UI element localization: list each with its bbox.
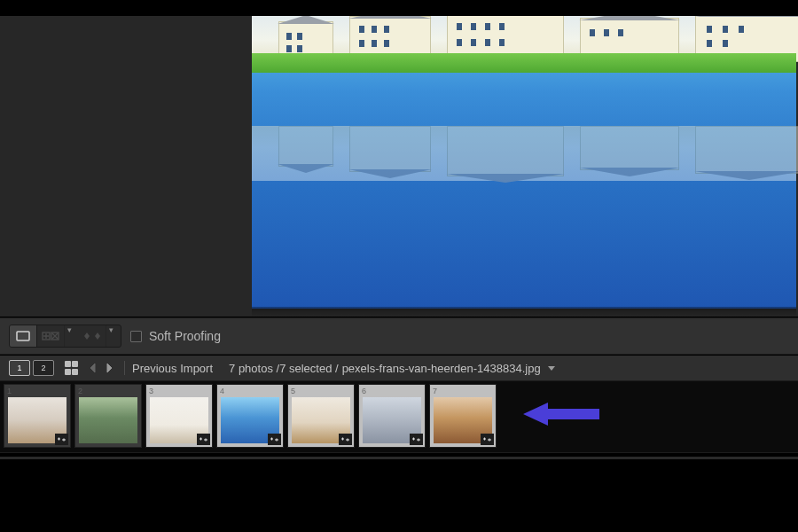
bottom-border: [0, 452, 798, 532]
develop-adjustments-badge-icon[interactable]: [481, 434, 494, 445]
secondary-monitor-button[interactable]: 2: [33, 360, 54, 376]
go-back-button[interactable]: [85, 360, 101, 376]
primary-monitor-button[interactable]: 1: [9, 360, 30, 376]
thumb-index: 6: [362, 387, 366, 395]
go-forward-button[interactable]: [101, 360, 117, 376]
current-file-menu-caret-icon[interactable]: [548, 366, 555, 371]
soft-proofing-toggle[interactable]: Soft Proofing: [130, 329, 221, 343]
thumb-index: 5: [291, 387, 295, 395]
divider: [124, 361, 125, 375]
thumb-index: 2: [78, 387, 82, 395]
loupe-canvas[interactable]: [0, 16, 798, 317]
source-folder-label[interactable]: Previous Import: [132, 362, 213, 375]
thumb-index: 1: [7, 387, 12, 395]
filmstrip-thumb[interactable]: 4: [216, 384, 284, 448]
svg-rect-0: [17, 332, 29, 340]
reference-menu-chevron-icon[interactable]: ▾: [67, 325, 72, 347]
photo-count-label: 7 photos /7 selected /: [229, 362, 339, 375]
image-shadow: [252, 307, 796, 317]
soft-proofing-checkbox[interactable]: [130, 331, 142, 342]
filmstrip-thumb[interactable]: 7: [429, 384, 497, 448]
before-after-button[interactable]: [79, 325, 106, 347]
filmstrip-thumb[interactable]: 6: [358, 384, 426, 448]
top-border: [0, 0, 798, 16]
soft-proofing-label: Soft Proofing: [149, 329, 221, 343]
filmstrip-header: 1 2 Previous Import 7 photos /7 selected…: [0, 355, 798, 381]
reference-view-button[interactable]: [37, 325, 65, 347]
develop-adjustments-badge-icon[interactable]: [197, 434, 210, 445]
develop-adjustments-badge-icon[interactable]: [339, 434, 352, 445]
lightroom-develop-window: ▾ ▾ Soft Proofing 1 2: [0, 0, 798, 532]
main-image-preview: [252, 16, 796, 309]
thumb-index: 3: [149, 387, 153, 395]
loupe-view-switcher: ▾ ▾: [9, 325, 121, 348]
before-after-menu-chevron-icon[interactable]: ▾: [109, 325, 113, 347]
develop-toolbar: ▾ ▾ Soft Proofing: [0, 317, 798, 355]
develop-adjustments-badge-icon[interactable]: [268, 434, 281, 445]
secondary-monitor-switcher: 1 2: [9, 360, 54, 376]
thumb-image: [79, 397, 137, 443]
develop-adjustments-badge-icon[interactable]: [55, 434, 68, 445]
current-file-label[interactable]: pexels-frans-van-heerden-1438834.jpg: [342, 362, 541, 375]
filmstrip-thumb[interactable]: 5: [287, 384, 355, 448]
loupe-view-button[interactable]: [10, 325, 37, 347]
thumb-index: 4: [220, 387, 224, 395]
grid-view-button[interactable]: [65, 361, 80, 376]
develop-adjustments-badge-icon[interactable]: [410, 434, 423, 445]
filmstrip[interactable]: 1234567: [0, 381, 798, 452]
filmstrip-thumb[interactable]: 2: [74, 384, 142, 448]
annotation-arrow: [523, 401, 599, 427]
thumb-index: 7: [433, 387, 437, 395]
filmstrip-thumb[interactable]: 1: [4, 384, 71, 448]
filmstrip-thumb[interactable]: 3: [145, 384, 213, 448]
